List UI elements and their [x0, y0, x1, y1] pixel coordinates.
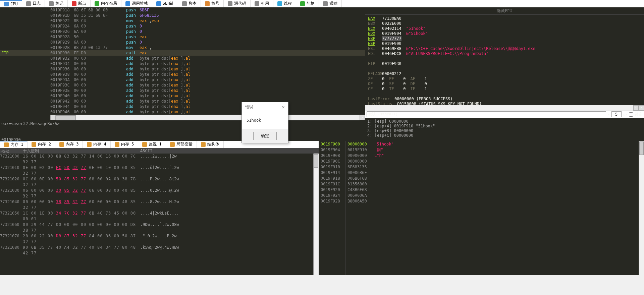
disasm-row[interactable]: 0019F93E00 00addbyte ptr ds:[eax ],al	[0, 88, 365, 93]
mem-tab-结构体[interactable]: 结构体	[197, 141, 224, 148]
tab-线程[interactable]: 线程	[273, 0, 296, 7]
disasm-row[interactable]: 0019F93800 00addbyte ptr ds:[eax ],al	[0, 72, 365, 77]
disasm-row[interactable]: 0019F94200 00addbyte ptr ds:[eax ],al	[0, 99, 365, 104]
stack-addr[interactable]: 0019F90C	[321, 159, 343, 164]
stack-addr[interactable]: 0019F908	[321, 153, 343, 159]
stack-addr[interactable]: 0019F924	[321, 193, 343, 198]
stack-val[interactable]: 00000000	[347, 153, 370, 159]
mem-row[interactable]: 773210501C 00 1E 00 34 7C 32 77 6B 4C 73…	[0, 211, 313, 222]
mem-row[interactable]: 7732100016 00 18 00 88 83 32 77 14 00 16…	[0, 154, 313, 165]
disasm-row[interactable]: 0019F93200 00addbyte ptr ds:[eax ],al	[0, 56, 365, 61]
mem-row[interactable]: 7732106000 39 44 77 00 00 00 00 00 00 00…	[0, 222, 313, 233]
reg-scroll-right-icon[interactable]: ›	[639, 105, 644, 111]
mem-v-scrollbar[interactable]	[313, 154, 319, 275]
tab-断点[interactable]: 断点	[68, 0, 91, 7]
mem-tab-局部变量[interactable]: 局部变量	[166, 141, 197, 148]
register-EAX[interactable]: EAX77130BA0	[368, 16, 641, 21]
reg-scroll-left-icon[interactable]: ‹	[633, 105, 639, 111]
disasm-row[interactable]: 0019F91868 6F 6B 00 00push6B6F	[0, 7, 365, 13]
scroll-left-icon[interactable]: ‹	[50, 115, 56, 120]
spin-icon[interactable]: ▴▾	[623, 112, 628, 117]
disasm-row[interactable]: 0019F92850pusheax	[0, 34, 365, 40]
stack-val[interactable]: 00000000	[347, 159, 370, 164]
disasm-row[interactable]: 0019F94400 00addbyte ptr ds:[eax ],al	[0, 104, 365, 109]
ok-button[interactable]: 确定	[253, 132, 277, 140]
stack-addr[interactable]: 0019F914	[321, 170, 343, 176]
stack-val[interactable]: 00000000	[347, 141, 370, 147]
stack-val[interactable]: 00006B6F	[347, 170, 370, 176]
register-ECX[interactable]: ECX00402114"51hook"	[368, 26, 641, 31]
disasm-row[interactable]: EIP0019F930FF D0calleax	[0, 50, 365, 56]
mem-row[interactable]: 7732103006 00 00 00 30 85 32 77 06 00 08…	[0, 188, 313, 199]
disasm-row[interactable]: 0019F9266A 00push0	[0, 29, 365, 34]
stack-val[interactable]: 0019F910	[347, 147, 370, 153]
mem-tab-监视 1[interactable]: 监视 1	[138, 141, 166, 148]
hide-fpu-link[interactable]: 隐藏FPU	[365, 7, 644, 15]
disasm-row[interactable]: 0019F94000 00addbyte ptr ds:[eax ],al	[0, 93, 365, 99]
tab-源代码[interactable]: 源代码	[224, 0, 251, 7]
disasm-row[interactable]: 0019F9246A 00push0	[0, 23, 365, 29]
eflags[interactable]: EFLAGS00000212	[368, 71, 641, 76]
mem-tab-内存 3[interactable]: 内存 3	[55, 141, 83, 148]
mem-row[interactable]: 7732104000 00 00 00 38 85 32 77 00 00 00…	[0, 199, 313, 211]
stack-addr[interactable]: 0019F928	[321, 198, 343, 204]
stack-val[interactable]: 006B6F68	[347, 176, 370, 181]
register-EDX[interactable]: EDX0019F904&"51hook"	[368, 31, 641, 36]
scroll-thumb[interactable]	[56, 115, 76, 120]
disasm-h-scrollbar[interactable]: ‹ ›	[50, 115, 365, 120]
mem-tab-内存 1[interactable]: 内存 1	[0, 141, 28, 148]
stack-addr[interactable]: 0019F900	[321, 141, 343, 147]
mem-tab-内存 5[interactable]: 内存 5	[111, 141, 138, 148]
disasm-row[interactable]: 0019F94600 00addbyte ptr ds:[eax ],al	[0, 109, 365, 115]
register-EBX[interactable]: EBX0022E000	[368, 21, 641, 26]
close-icon[interactable]: ✕	[282, 104, 285, 110]
lock-checkbox[interactable]	[629, 112, 633, 117]
disasm-row[interactable]: 0019F91D68 35 31 68 6Fpush6F683135	[0, 13, 365, 18]
register-EIP[interactable]: EIP0019F930	[368, 61, 641, 66]
disasm-row[interactable]: 0019F93600 00addbyte ptr ds:[eax ],al	[0, 66, 365, 72]
mem-tab-内存 4[interactable]: 内存 4	[83, 141, 110, 148]
stack-v-scrollbar[interactable]	[639, 141, 644, 275]
tab-CPU[interactable]: CPU	[0, 0, 22, 7]
stack-val[interactable]: B8006A50	[347, 198, 370, 204]
mem-row[interactable]: 773210100E 00 02 00 FC 5D 32 77 0E 00 10…	[0, 165, 313, 176]
tab-SEH链[interactable]: SEH链	[152, 0, 178, 7]
disasm-row[interactable]: 0019F9228B C4moveax ,esp	[0, 18, 365, 23]
arg-row: 3: [esp+8] 00000000	[367, 128, 642, 133]
disasm-row[interactable]: 0019F9296A 00push0	[0, 40, 365, 45]
stack-addr[interactable]: 0019F920	[321, 187, 343, 193]
callconv-select[interactable]: 默认 (stdcall)	[367, 111, 606, 117]
tab-内存布局[interactable]: 内存布局	[91, 0, 121, 7]
disasm-row[interactable]: 0019F92BB8 A0 0B 13 77moveax ,	[0, 45, 365, 50]
mem-row[interactable]: 7732108090 6B 35 77 40 A4 32 77 40 84 34…	[0, 245, 313, 256]
mem-row[interactable]: 773210200C 00 0E 00 50 85 32 77 08 00 0A…	[0, 176, 313, 188]
stack-val[interactable]: 006A006A	[347, 193, 370, 198]
scroll-right-icon[interactable]: ›	[360, 115, 365, 120]
mem-tab-内存 2[interactable]: 内存 2	[28, 141, 55, 148]
stack-val[interactable]: 6F683135	[347, 164, 370, 170]
stack-addr[interactable]: 0019F91C	[321, 181, 343, 187]
tab-笔记[interactable]: 笔记	[45, 0, 68, 7]
disasm-row[interactable]: 0019F93400 00addbyte ptr ds:[eax ],al	[0, 61, 365, 66]
disasm-row[interactable]: 0019F93A00 00addbyte ptr ds:[eax ],al	[0, 77, 365, 82]
dropdown-icon[interactable]: ▾	[607, 112, 610, 117]
stack-addr[interactable]: 0019F904	[321, 147, 343, 153]
disasm-row[interactable]: 0019F93C00 00addbyte ptr ds:[eax ],al	[0, 82, 365, 88]
stack-val[interactable]: C48B6F68	[347, 187, 370, 193]
tab-日志[interactable]: 日志	[22, 0, 45, 7]
register-EBP[interactable]: EBP77777777	[368, 36, 641, 41]
tab-脚本[interactable]: 脚本	[178, 0, 201, 7]
register-EDI[interactable]: EDI0046EDC8&"ALLUSERSPROFILE=C:\\Program…	[368, 51, 641, 56]
register-ESI[interactable]: ESI00469FB8&"E:\\C++_Cache\\SwordDllInje…	[368, 46, 641, 51]
stack-val[interactable]: 31356800	[347, 181, 370, 187]
mem-row[interactable]: 7732107020 00 22 00 D8 87 32 77 84 00 86…	[0, 233, 313, 245]
tab-引用[interactable]: 引用	[251, 0, 273, 7]
tab-调用堆栈[interactable]: 调用堆栈	[121, 0, 152, 7]
tab-跟踪[interactable]: 跟踪	[319, 0, 342, 7]
tab-符号[interactable]: 符号	[201, 0, 224, 7]
arg-count-spin[interactable]	[611, 111, 622, 117]
tab-句柄[interactable]: 句柄	[296, 0, 319, 7]
stack-addr[interactable]: 0019F918	[321, 176, 343, 181]
stack-addr[interactable]: 0019F910	[321, 164, 343, 170]
register-ESP[interactable]: ESP0019F900	[368, 41, 641, 46]
